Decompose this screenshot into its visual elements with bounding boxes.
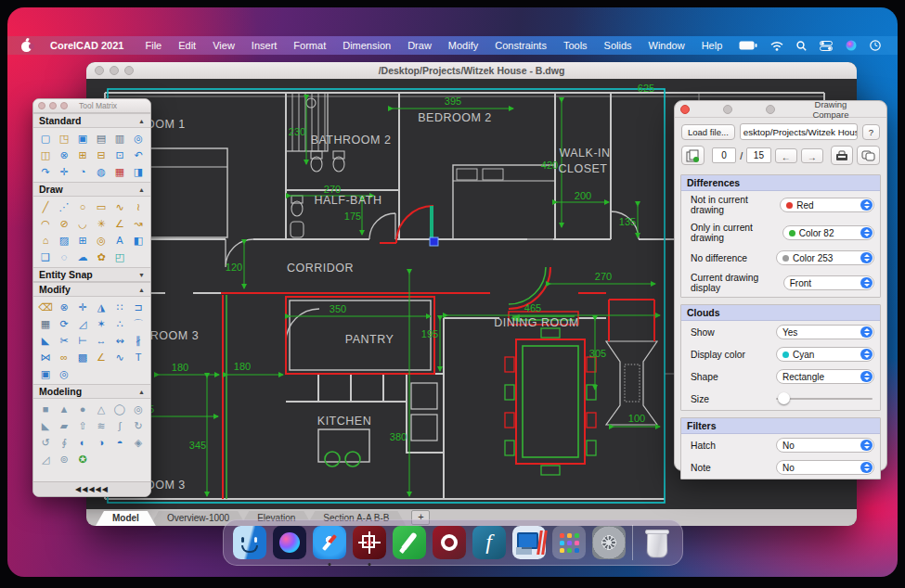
current-difference-field[interactable]: 0 <box>712 147 737 163</box>
spin-icon[interactable]: ↺ <box>36 434 55 451</box>
union-icon[interactable]: ◐ <box>73 434 92 451</box>
dropdown-stepper-icon[interactable] <box>860 462 873 473</box>
window-titlebar[interactable]: /Desktop/Projects/Witzek House - B.dwg <box>86 62 857 79</box>
paste-icon[interactable]: ⊟ <box>92 147 110 163</box>
dropdown-stepper-icon[interactable] <box>860 277 873 288</box>
circle-icon[interactable]: ○ <box>73 198 92 215</box>
offset-icon[interactable]: ⊐ <box>129 299 148 315</box>
fontlab-dock-icon[interactable]: f <box>472 526 506 559</box>
print-icon[interactable]: ▤ <box>92 130 110 147</box>
hatch-select[interactable]: No <box>776 438 874 453</box>
shape-select[interactable]: Rectangle <box>776 369 874 384</box>
array-icon[interactable]: ∴ <box>110 315 129 332</box>
cloud-icon[interactable]: ☁ <box>73 249 92 265</box>
revision-cloud-icon[interactable]: ◰ <box>110 249 129 265</box>
coreldraw-dock-icon[interactable] <box>393 526 426 559</box>
dropdown-stepper-icon[interactable] <box>860 227 873 238</box>
tool-matrix-titlebar[interactable]: Tool Matrix <box>33 99 150 113</box>
properties-icon[interactable]: ◨ <box>129 163 148 180</box>
dropdown-stepper-icon[interactable] <box>860 371 873 382</box>
split-icon[interactable]: ⊗ <box>55 147 73 163</box>
move-icon[interactable]: ✛ <box>73 299 92 315</box>
copy-icon[interactable]: ⊞ <box>73 147 92 163</box>
spline-icon[interactable]: ≀ <box>129 198 148 215</box>
freeform-icon[interactable]: ✿ <box>92 249 110 265</box>
interference-icon[interactable]: ◈ <box>129 434 148 451</box>
show-select[interactable]: Yes <box>776 325 874 339</box>
polyline-icon[interactable]: ∠ <box>110 215 129 232</box>
construction-line-icon[interactable]: ⋰ <box>55 198 73 215</box>
print-preview-icon[interactable]: ◎ <box>129 130 148 147</box>
trim-icon[interactable]: ✂ <box>55 332 73 349</box>
size-slider[interactable] <box>776 391 874 406</box>
parallels-dock-icon[interactable] <box>512 526 546 559</box>
new-comparison-icon[interactable] <box>681 146 705 165</box>
weld-icon[interactable]: ∞ <box>55 349 73 365</box>
open-file-icon[interactable]: ◳ <box>55 130 73 147</box>
selection-rectangle-icon[interactable]: ◌ <box>55 249 73 265</box>
search-icon[interactable] <box>796 41 807 51</box>
paste-special-icon[interactable]: ⊡ <box>110 147 129 163</box>
copy-parallel-icon[interactable]: ∷ <box>110 299 129 315</box>
mirror-icon[interactable]: ◮ <box>92 299 110 315</box>
extrude-icon[interactable]: ⇧ <box>73 417 92 434</box>
ellipse-icon[interactable]: ⊘ <box>55 215 73 232</box>
menu-item-window[interactable]: Window <box>640 36 693 55</box>
menu-item-constraints[interactable]: Constraints <box>486 36 555 55</box>
section-header-modify[interactable]: Modify▲ <box>33 282 150 297</box>
rectangle-icon[interactable]: ▭ <box>92 198 110 215</box>
only-in-current-drawing-select[interactable]: Color 82 <box>782 225 874 240</box>
ray-icon[interactable]: ↝ <box>129 215 148 232</box>
dropdown-stepper-icon[interactable] <box>860 440 873 451</box>
dropdown-stepper-icon[interactable] <box>860 199 873 211</box>
trash-dock-icon[interactable] <box>640 526 673 559</box>
loft-icon[interactable]: ≋ <box>92 417 110 434</box>
new-file-icon[interactable]: ▢ <box>36 130 55 147</box>
insert-block-icon[interactable]: ⊞ <box>73 232 92 249</box>
slider-thumb[interactable] <box>778 392 790 404</box>
section-header-modeling[interactable]: Modeling▲ <box>33 384 150 399</box>
sketch-icon[interactable]: ∿ <box>110 198 129 215</box>
menu-item-help[interactable]: Help <box>693 36 731 55</box>
section-collapse-arrow[interactable]: ▲ <box>138 118 145 124</box>
finder-dock-icon[interactable] <box>233 526 266 559</box>
extend-icon[interactable]: ⊢ <box>73 332 92 349</box>
compare-close-button[interactable] <box>680 105 690 114</box>
dropdown-stepper-icon[interactable] <box>860 252 873 263</box>
help-button[interactable]: ? <box>862 124 880 140</box>
box-icon[interactable]: ■ <box>36 401 55 417</box>
fillet-icon[interactable]: ⌒ <box>129 315 148 332</box>
section-header-draw[interactable]: Draw▲ <box>33 182 150 197</box>
compare-titlebar[interactable]: Drawing Compare <box>675 101 886 118</box>
delete-icon[interactable]: ⊗ <box>55 299 73 315</box>
menu-item-edit[interactable]: Edit <box>170 36 204 55</box>
compare-minimize-button[interactable] <box>723 105 732 114</box>
torus-icon[interactable]: ◎ <box>129 401 148 417</box>
menu-item-view[interactable]: View <box>204 36 243 55</box>
current-drawing-display-select[interactable]: Front <box>783 275 874 290</box>
subtract-icon[interactable]: ◑ <box>92 434 110 451</box>
color-palette-icon[interactable]: ▦ <box>110 163 129 180</box>
corelcad-dock-icon[interactable] <box>353 526 386 559</box>
siri-dock-icon[interactable] <box>273 526 306 559</box>
section-header-standard[interactable]: Standard▲ <box>33 113 150 128</box>
wifi-icon[interactable] <box>770 41 783 51</box>
explode-icon[interactable]: ✶ <box>92 315 110 332</box>
lengthen-icon[interactable]: ↭ <box>110 332 129 349</box>
arc-icon[interactable]: ◠ <box>36 215 55 232</box>
pyramid-icon[interactable]: △ <box>92 401 110 417</box>
menu-item-format[interactable]: Format <box>285 36 334 55</box>
note-icon[interactable]: ❑ <box>36 249 55 265</box>
sweep-icon[interactable]: ∫ <box>110 417 129 434</box>
menu-item-insert[interactable]: Insert <box>243 36 286 55</box>
menu-item-modify[interactable]: Modify <box>440 36 486 55</box>
section-collapse-arrow[interactable]: ▲ <box>138 389 145 395</box>
point-icon[interactable]: ✳ <box>92 215 110 232</box>
text-icon[interactable]: A <box>110 232 129 249</box>
undo-icon[interactable]: ↶ <box>129 147 148 163</box>
palette-collapse-handle[interactable]: ◀◀◀◀◀ <box>33 481 150 496</box>
save-icon[interactable]: ▣ <box>73 130 92 147</box>
hatch-icon[interactable]: ▨ <box>55 232 73 249</box>
intersect-icon[interactable]: ◓ <box>110 434 129 451</box>
stretch-icon[interactable]: ↔ <box>92 332 110 349</box>
